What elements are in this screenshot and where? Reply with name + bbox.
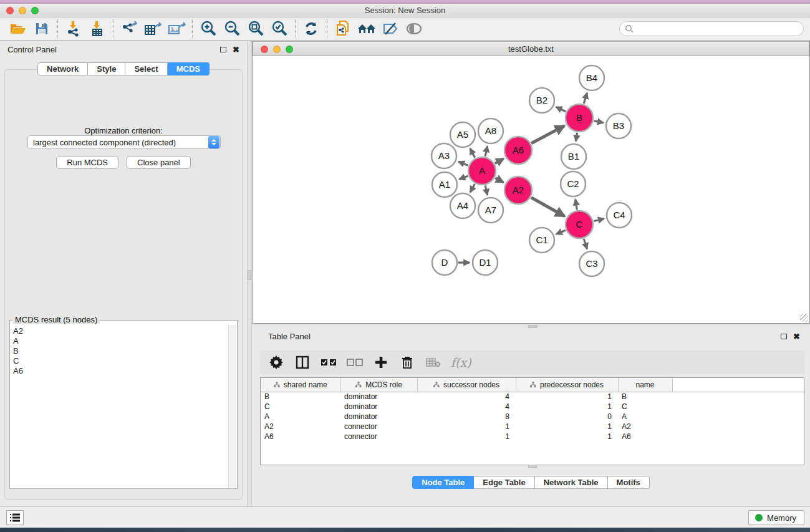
mcds-result-item[interactable]: C [13, 356, 228, 366]
table-cell[interactable]: 1 [516, 422, 618, 432]
graph-node-A7[interactable]: A7 [478, 198, 503, 223]
tab-mcds[interactable]: MCDS [168, 62, 210, 75]
table-cell[interactable]: C [618, 402, 672, 412]
table-cell[interactable]: dominator [340, 402, 417, 412]
horizontal-divider[interactable] [252, 324, 810, 328]
network-close-button[interactable] [261, 46, 268, 53]
table-settings-button[interactable] [268, 354, 285, 371]
close-window-button[interactable] [6, 7, 14, 14]
zoom-fit-button[interactable] [244, 19, 268, 39]
task-history-button[interactable] [6, 510, 24, 525]
save-session-button[interactable] [30, 19, 54, 39]
graph-node-A3[interactable]: A3 [432, 143, 456, 168]
divider-grip[interactable] [248, 270, 251, 280]
graph-node-A[interactable]: A [468, 157, 496, 185]
table-cell[interactable]: dominator [340, 392, 417, 402]
graph-node-A5[interactable]: A5 [450, 122, 475, 147]
graph-node-A8[interactable]: A8 [478, 118, 503, 143]
export-table-button[interactable] [141, 19, 165, 39]
show-hide-panels-button[interactable] [355, 19, 378, 39]
memory-button[interactable]: Memory [748, 510, 804, 525]
graph-node-D1[interactable]: D1 [473, 250, 498, 275]
table-cell[interactable]: A [618, 412, 672, 422]
table-divider-grip[interactable] [528, 465, 537, 468]
graph-node-B3[interactable]: B3 [606, 114, 631, 138]
panel-divider[interactable] [247, 41, 252, 506]
search-input[interactable] [619, 21, 804, 36]
mcds-result-item[interactable]: A2 [13, 326, 228, 336]
graph-edge-A-A3[interactable] [458, 162, 468, 165]
graph-edge-A-A2[interactable] [495, 178, 503, 182]
unselect-all-columns-button[interactable] [346, 354, 364, 371]
column-header-name[interactable]: name [618, 378, 672, 392]
run-mcds-button[interactable]: Run MCDS [56, 156, 118, 169]
mcds-result-item[interactable]: A6 [13, 366, 228, 376]
open-file-button[interactable] [6, 19, 30, 39]
tab-motifs[interactable]: Motifs [608, 476, 650, 489]
table-cell[interactable]: A6 [261, 432, 340, 442]
toggle-view-button[interactable] [402, 19, 426, 39]
duplicate-network-button[interactable] [331, 19, 355, 39]
graph-node-A1[interactable]: A1 [432, 172, 457, 197]
column-header-predecessor-nodes[interactable]: predecessor nodes [516, 378, 618, 392]
graph-edge-A-A6[interactable] [495, 158, 504, 163]
graph-edge-A-A5[interactable] [470, 148, 475, 158]
table-cell[interactable]: B [261, 392, 340, 402]
table-cell[interactable]: 4 [417, 392, 516, 402]
graph-edge-A6-B[interactable] [531, 126, 564, 143]
refresh-button[interactable] [299, 19, 323, 39]
graph-node-A2[interactable]: A2 [504, 177, 532, 204]
table-cell[interactable]: A6 [618, 432, 672, 442]
select-all-columns-button[interactable] [320, 354, 337, 371]
tab-edge-table[interactable]: Edge Table [474, 476, 534, 489]
table-cell[interactable]: A [261, 412, 340, 422]
delete-table-button-disabled[interactable] [425, 354, 442, 371]
column-header-MCDS-role[interactable]: MCDS role [340, 378, 417, 392]
table-cell[interactable]: 1 [417, 422, 516, 432]
graph-edge-B-B4[interactable] [584, 93, 587, 104]
graph-node-C[interactable]: C [566, 211, 593, 238]
table-cell[interactable]: 0 [516, 412, 618, 422]
column-header-successor-nodes[interactable]: successor nodes [417, 378, 516, 392]
close-panel-icon[interactable]: ✖ [233, 46, 239, 54]
table-cell[interactable]: 4 [417, 402, 516, 412]
table-cell[interactable]: C [261, 402, 340, 412]
network-zoom-button[interactable] [286, 46, 293, 53]
graph-node-B[interactable]: B [566, 104, 593, 132]
float-panel-icon[interactable] [220, 47, 226, 52]
graph-edge-B-B1[interactable] [576, 133, 577, 142]
graph-edge-C-C4[interactable] [594, 219, 604, 221]
function-builder-button-disabled[interactable]: f(x) [451, 354, 471, 371]
zoom-in-button[interactable] [196, 19, 220, 39]
graph-node-D[interactable]: D [432, 250, 457, 275]
graph-node-B4[interactable]: B4 [579, 65, 604, 90]
graph-edge-C-C1[interactable] [556, 230, 566, 234]
table-cell[interactable]: 8 [417, 412, 516, 422]
graph-edge-B-B2[interactable] [556, 107, 566, 112]
create-column-button[interactable] [372, 354, 390, 371]
graph-edge-C-C3[interactable] [584, 239, 587, 249]
table-cell[interactable]: 1 [516, 402, 618, 412]
optimization-criterion-dropdown[interactable]: largest connected component (directed) [27, 135, 221, 149]
table-cell[interactable]: 1 [516, 392, 618, 402]
network-minimize-button[interactable] [273, 46, 281, 53]
graph-node-A6[interactable]: A6 [504, 137, 532, 164]
show-column-button[interactable] [294, 354, 311, 371]
zoom-out-button[interactable] [220, 19, 244, 39]
graph-edge-B-B3[interactable] [594, 121, 604, 123]
mcds-result-item[interactable]: B [13, 346, 228, 356]
graph-edge-A2-C[interactable] [531, 198, 565, 216]
tab-select[interactable]: Select [125, 62, 167, 75]
zoom-window-button[interactable] [31, 7, 39, 14]
table-cell[interactable]: connector [340, 422, 417, 432]
graph-edge-A-A4[interactable] [470, 184, 475, 192]
mcds-result-item[interactable]: A [13, 336, 228, 346]
column-header-shared-name[interactable]: shared name [261, 378, 340, 392]
table-cell[interactable]: 1 [516, 432, 618, 442]
graph-edge-A-A1[interactable] [459, 176, 468, 179]
result-scrollbar[interactable] [228, 325, 236, 488]
graph-node-C1[interactable]: C1 [529, 228, 554, 253]
hide-labels-button[interactable] [378, 19, 402, 39]
graph-node-B1[interactable]: B1 [561, 144, 586, 169]
graph-edge-A-A8[interactable] [485, 146, 488, 156]
